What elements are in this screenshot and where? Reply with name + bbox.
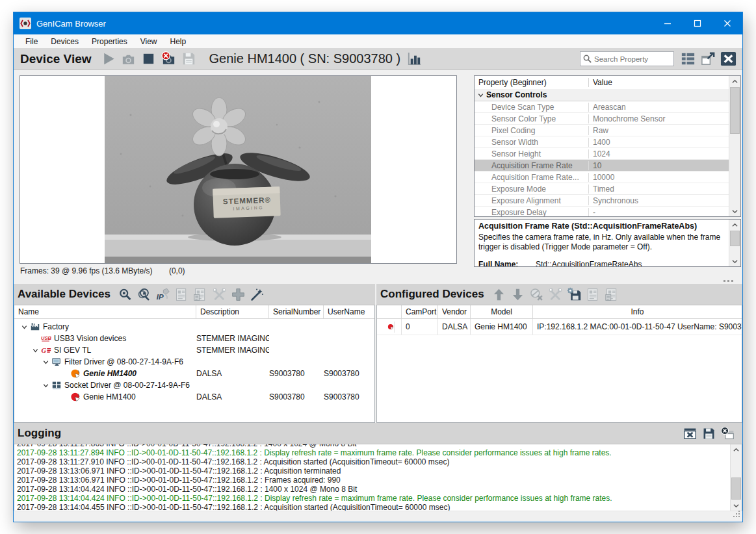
scroll-down-icon[interactable]	[729, 206, 740, 216]
clear-log-icon[interactable]	[682, 426, 698, 442]
camera-preview[interactable]: STEMMER® IMAGING	[20, 75, 457, 264]
column-info[interactable]: Info	[533, 305, 742, 318]
property-row[interactable]: Pixel CodingRaw	[475, 125, 729, 136]
chevron-down-icon[interactable]	[31, 347, 40, 354]
close-device-icon[interactable]	[720, 50, 737, 68]
detach-window-icon[interactable]	[699, 50, 717, 68]
scroll-thumb[interactable]	[730, 231, 740, 246]
abort-grab-icon[interactable]	[160, 50, 177, 68]
chevron-down-icon[interactable]	[41, 382, 51, 389]
scroll-up-icon[interactable]	[729, 76, 740, 86]
scroll-thumb[interactable]	[730, 87, 740, 134]
save-settings-icon[interactable]	[566, 286, 582, 303]
column-device-icon[interactable]	[377, 305, 402, 318]
tree-label: Genie HM1400	[83, 392, 136, 401]
svg-text:G: G	[41, 347, 46, 354]
search-property-input[interactable]	[592, 55, 671, 64]
property-row[interactable]: Exposure AlignmentSynchronous	[475, 195, 729, 207]
scroll-thumb[interactable]	[731, 477, 741, 500]
property-value[interactable]: Raw	[589, 126, 729, 135]
property-grid-scrollbar[interactable]	[729, 76, 740, 216]
log-scrollbar[interactable]	[730, 444, 742, 511]
stop-icon[interactable]	[140, 50, 157, 68]
property-description: Acquisition Frame Rate (Std::Acquisition…	[474, 219, 741, 267]
property-row[interactable]: Exposure Delay-	[475, 207, 729, 217]
column-value[interactable]: Value	[589, 78, 740, 87]
configure-device-icon[interactable]	[547, 286, 564, 303]
assign-ip-icon[interactable]: IP	[155, 286, 171, 303]
column-name[interactable]: Name	[14, 305, 196, 318]
tree-row-filter-driver-08-00-27-14-9a-f6[interactable]: Filter Driver @ 08-00-27-14-9A-F6	[14, 356, 374, 368]
property-value[interactable]: Monochrome Sensor	[589, 114, 729, 123]
configured-device-row[interactable]: 0DALSAGenie HM1400IP:192.168.1.2 MAC:00-…	[377, 319, 742, 335]
device-report-icon[interactable]	[174, 286, 190, 303]
column-property[interactable]: Property (Beginner)	[475, 78, 589, 87]
property-row[interactable]: Acquisition Frame Rate10	[475, 160, 729, 172]
save-log-icon[interactable]	[701, 426, 717, 442]
column-serialnumber[interactable]: SerialNumber	[269, 305, 324, 318]
save-image-icon[interactable]	[180, 50, 198, 68]
property-value[interactable]: 10000	[589, 173, 729, 182]
property-value[interactable]: 1400	[589, 138, 729, 147]
chevron-down-icon[interactable]	[475, 92, 486, 99]
property-row[interactable]: Exposure ModeTimed	[475, 183, 729, 195]
horizontal-splitter[interactable]	[14, 279, 742, 284]
menu-view[interactable]: View	[134, 36, 164, 47]
column-username[interactable]: UserName	[324, 305, 374, 318]
chevron-down-icon[interactable]	[41, 359, 51, 366]
histogram-icon[interactable]	[406, 50, 423, 68]
add-device-icon[interactable]	[230, 286, 246, 303]
chevron-down-icon[interactable]	[20, 324, 29, 331]
tree-row-factory[interactable]: Factory	[14, 321, 374, 333]
property-row[interactable]: Sensor Width1400	[475, 136, 729, 148]
property-group-sensor-controls[interactable]: Sensor Controls	[475, 89, 729, 101]
column-model[interactable]: Model	[471, 305, 533, 318]
deep-search-icon[interactable]	[136, 286, 152, 303]
close-button[interactable]	[712, 12, 742, 34]
property-value[interactable]: Timed	[589, 184, 729, 194]
property-list-icon[interactable]	[679, 50, 697, 68]
move-down-icon[interactable]	[510, 286, 526, 303]
snapshot-icon[interactable]	[120, 50, 137, 68]
menu-file[interactable]: File	[19, 36, 44, 47]
remove-device-icon[interactable]	[528, 286, 545, 303]
tree-row-socket-driver-08-00-27-14-9a-f6[interactable]: Socket Driver @ 08-00-27-14-9A-F6	[14, 379, 374, 391]
device-report-settings-icon[interactable]	[192, 286, 209, 303]
property-value[interactable]: Areascan	[589, 103, 729, 112]
description-scrollbar[interactable]	[729, 220, 740, 266]
move-up-icon[interactable]	[491, 286, 507, 303]
menu-properties[interactable]: Properties	[85, 36, 134, 47]
device-report-settings-icon[interactable]	[604, 286, 620, 303]
scroll-down-icon[interactable]	[729, 256, 740, 266]
search-devices-icon[interactable]	[117, 286, 133, 303]
play-icon[interactable]	[99, 50, 117, 68]
tree-row-usb3-vision-devices[interactable]: USBUSB3 Vision devicesSTEMMER IMAGING	[14, 333, 374, 344]
column-camport[interactable]: CamPort	[402, 305, 438, 318]
menu-help[interactable]: Help	[164, 36, 193, 47]
maximize-button[interactable]	[683, 12, 712, 34]
tree-row-genie-hm1400[interactable]: Genie HM1400DALSAS9003780S9003780	[14, 391, 374, 403]
scroll-up-icon[interactable]	[729, 220, 740, 230]
setup-wizard-icon[interactable]	[249, 286, 265, 303]
minimize-button[interactable]	[653, 12, 683, 34]
menu-devices[interactable]: Devices	[44, 36, 85, 47]
property-value[interactable]: 1024	[589, 149, 729, 159]
property-value[interactable]: -	[589, 208, 729, 217]
column-description[interactable]: Description	[196, 305, 269, 318]
resize-grip[interactable]	[733, 509, 740, 520]
configure-driver-icon[interactable]	[211, 286, 228, 303]
property-value[interactable]: 10	[589, 161, 729, 170]
close-log-icon[interactable]	[720, 426, 736, 442]
splitter-grip[interactable]	[723, 280, 733, 282]
property-row[interactable]: Acquisition Frame Rate...10000	[475, 172, 729, 183]
tree-row-si-gev-tl[interactable]: GSI GEV TLSTEMMER IMAGING	[14, 344, 374, 356]
property-value[interactable]: Synchronous	[589, 196, 729, 205]
device-report-icon[interactable]	[585, 286, 601, 303]
column-vendor[interactable]: Vendor	[438, 305, 471, 318]
scroll-up-icon[interactable]	[731, 444, 742, 455]
property-row[interactable]: Sensor Height1024	[475, 148, 729, 160]
property-row[interactable]: Device Scan TypeAreascan	[475, 101, 729, 113]
log-view[interactable]: 2017-09-28 13:11:27.863 INFO ::ID->00-01…	[14, 444, 742, 511]
property-row[interactable]: Sensor Color TypeMonochrome Sensor	[475, 113, 729, 125]
tree-row-genie-hm1400[interactable]: Genie HM1400DALSAS9003780S9003780	[14, 368, 374, 379]
